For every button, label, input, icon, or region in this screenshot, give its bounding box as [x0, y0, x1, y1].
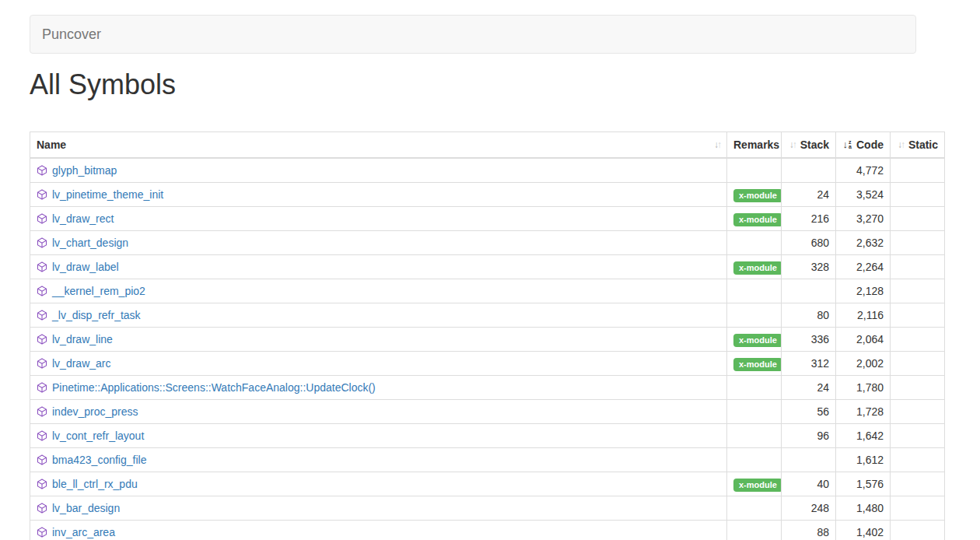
symbol-name-cell: __kernel_rem_pio2 [30, 279, 727, 303]
table-row: glyph_bitmap4,772 [30, 158, 945, 183]
static-cell [891, 424, 945, 448]
table-row: lv_draw_arcx-module3122,002 [30, 352, 945, 376]
symbol-name-cell: lv_pinetime_theme_init [30, 183, 727, 207]
stack-cell [782, 158, 836, 183]
x-module-badge: x-module [733, 261, 782, 275]
remarks-cell: x-module [727, 352, 782, 376]
column-label-stack: Stack [800, 137, 829, 153]
cube-icon [37, 164, 47, 175]
symbol-link[interactable]: lv_draw_rect [52, 212, 114, 225]
static-cell [891, 472, 945, 496]
remarks-cell [727, 400, 782, 424]
cube-icon [37, 261, 47, 272]
symbol-link[interactable]: lv_cont_refr_layout [52, 430, 144, 442]
code-cell: 1,576 [836, 472, 891, 496]
symbol-name-cell: lv_draw_arc [30, 352, 727, 376]
static-cell [891, 521, 945, 540]
cube-icon [37, 381, 47, 392]
stack-cell: 24 [782, 183, 836, 207]
stack-cell: 216 [782, 207, 836, 231]
code-cell: 1,780 [836, 376, 891, 400]
symbol-link[interactable]: lv_chart_design [52, 237, 128, 249]
symbol-name-cell: lv_chart_design [30, 231, 727, 255]
navbar-brand-link[interactable]: Puncover [30, 16, 113, 53]
remarks-cell [727, 231, 782, 255]
symbol-name-cell: lv_cont_refr_layout [30, 424, 727, 448]
cube-icon [37, 285, 47, 296]
remarks-cell: x-module [727, 183, 782, 207]
cube-icon [37, 478, 47, 489]
table-row: lv_draw_labelx-module3282,264 [30, 255, 945, 279]
remarks-cell [727, 521, 782, 540]
cube-icon [37, 237, 47, 247]
static-cell [891, 448, 945, 472]
stack-cell: 96 [782, 424, 836, 448]
static-cell [891, 352, 945, 376]
symbol-link[interactable]: lv_draw_line [52, 333, 113, 345]
symbol-name-cell: _lv_disp_refr_task [30, 303, 727, 328]
column-header-name[interactable]: Name ↓↑ [30, 132, 727, 159]
symbol-link[interactable]: lv_pinetime_theme_init [52, 188, 163, 201]
remarks-cell: x-module [727, 328, 782, 352]
column-label-name: Name [37, 137, 66, 153]
static-cell [891, 183, 945, 207]
symbol-name-cell: ble_ll_ctrl_rx_pdu [30, 472, 727, 496]
sort-desc-icon: ↓ za [843, 137, 852, 153]
symbol-link[interactable]: lv_draw_label [52, 261, 119, 273]
symbols-table: Name ↓↑ Remarks ↓↑ Stack ↓ [30, 131, 945, 540]
symbol-link[interactable]: _lv_disp_refr_task [52, 309, 141, 321]
code-cell: 1,612 [836, 448, 891, 472]
symbol-name-cell: bma423_config_file [30, 448, 727, 472]
remarks-cell [727, 496, 782, 521]
column-header-code[interactable]: ↓ za Code [836, 132, 891, 159]
static-cell [891, 328, 945, 352]
table-row: inv_arc_area881,402 [30, 521, 945, 540]
column-header-stack[interactable]: ↓↑ Stack [782, 132, 836, 159]
code-cell: 3,270 [836, 207, 891, 231]
static-cell [891, 303, 945, 328]
table-row: lv_draw_linex-module3362,064 [30, 328, 945, 352]
column-label-remarks: Remarks [733, 139, 779, 151]
code-cell: 2,116 [836, 303, 891, 328]
symbol-link[interactable]: ble_ll_ctrl_rx_pdu [52, 478, 138, 490]
static-cell [891, 279, 945, 303]
symbol-name-cell: glyph_bitmap [30, 158, 727, 183]
table-row: lv_cont_refr_layout961,642 [30, 424, 945, 448]
symbol-link[interactable]: indev_proc_press [52, 405, 138, 418]
symbol-link[interactable]: lv_bar_design [52, 502, 120, 514]
static-cell [891, 231, 945, 255]
cube-icon [37, 454, 47, 465]
symbol-link[interactable]: inv_arc_area [52, 526, 115, 538]
sort-icon: ↓↑ [898, 137, 904, 153]
table-row: ble_ll_ctrl_rx_pdux-module401,576 [30, 472, 945, 496]
code-cell: 3,524 [836, 183, 891, 207]
x-module-badge: x-module [733, 334, 782, 347]
cube-icon [37, 430, 47, 440]
table-row: lv_pinetime_theme_initx-module243,524 [30, 183, 945, 207]
symbol-link[interactable]: lv_draw_arc [52, 357, 110, 370]
cube-icon [37, 333, 47, 344]
symbol-link[interactable]: bma423_config_file [52, 454, 146, 466]
static-cell [891, 207, 945, 231]
cube-icon [37, 188, 47, 199]
cube-icon [37, 405, 47, 416]
table-row: lv_draw_rectx-module2163,270 [30, 207, 945, 231]
symbol-name-cell: indev_proc_press [30, 400, 727, 424]
symbol-link[interactable]: __kernel_rem_pio2 [52, 285, 145, 297]
table-row: __kernel_rem_pio22,128 [30, 279, 945, 303]
code-cell: 1,728 [836, 400, 891, 424]
column-header-remarks: Remarks [727, 132, 782, 159]
code-cell: 1,642 [836, 424, 891, 448]
cube-icon [37, 212, 47, 223]
table-row: indev_proc_press561,728 [30, 400, 945, 424]
column-header-static[interactable]: ↓↑ Static [891, 132, 945, 159]
remarks-cell: x-module [727, 207, 782, 231]
symbol-link[interactable]: Pinetime::Applications::Screens::WatchFa… [52, 381, 376, 394]
remarks-cell: x-module [727, 472, 782, 496]
remarks-cell: x-module [727, 255, 782, 279]
symbol-name-cell: lv_draw_rect [30, 207, 727, 231]
symbol-link[interactable]: glyph_bitmap [52, 164, 117, 177]
sort-icon: ↓↑ [714, 137, 720, 153]
table-row: lv_bar_design2481,480 [30, 496, 945, 521]
stack-cell: 88 [782, 521, 836, 540]
